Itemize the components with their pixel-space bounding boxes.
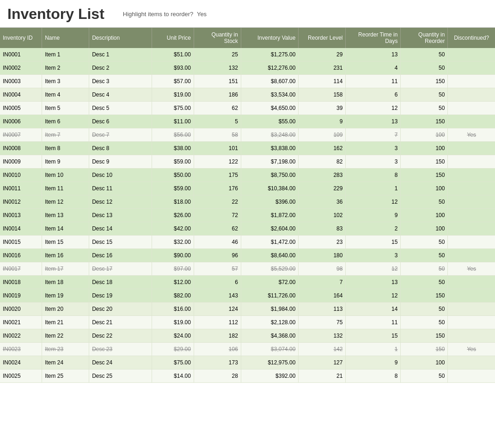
table-cell: $59.00 <box>152 182 194 195</box>
table-cell: IN0020 <box>0 303 42 316</box>
table-cell: $5,529.00 <box>241 262 299 276</box>
table-cell: Item 24 <box>42 356 89 369</box>
table-cell: 50 <box>401 262 448 276</box>
table-cell <box>448 236 495 249</box>
table-cell: $32.00 <box>152 236 194 249</box>
table-cell: Desc 2 <box>89 61 152 75</box>
table-row: IN0021Item 21Desc 21$19.00112$2,128.0075… <box>0 316 495 329</box>
table-cell: IN0014 <box>0 222 42 236</box>
table-cell: IN0013 <box>0 209 42 222</box>
table-cell: $2,128.00 <box>241 316 299 329</box>
highlight-value: Yes <box>197 11 207 18</box>
inventory-table: Inventory ID Name Description Unit Price… <box>0 28 495 383</box>
table-cell: 11 <box>346 316 401 329</box>
table-cell: 50 <box>401 61 448 75</box>
table-cell: 3 <box>346 142 401 155</box>
col-header-price: Unit Price <box>152 28 194 48</box>
table-cell: $51.00 <box>152 48 194 61</box>
table-row: IN0019Item 19Desc 19$82.00143$11,726.001… <box>0 289 495 303</box>
table-cell: $38.00 <box>152 142 194 155</box>
table-body: IN0001Item 1Desc 1$51.0025$1,275.0029135… <box>0 48 495 383</box>
table-cell: $3,534.00 <box>241 88 299 102</box>
table-cell: IN0012 <box>0 195 42 209</box>
table-cell: 7 <box>299 276 346 289</box>
table-cell: IN0006 <box>0 115 42 128</box>
table-cell: IN0003 <box>0 75 42 88</box>
table-cell: 7 <box>346 128 401 142</box>
table-cell: 12 <box>346 289 401 303</box>
table-cell: Item 8 <box>42 142 89 155</box>
table-cell: 3 <box>346 249 401 262</box>
table-cell: 50 <box>401 48 448 61</box>
table-cell: Desc 17 <box>89 262 152 276</box>
table-cell: $8,750.00 <box>241 169 299 182</box>
table-row: IN0002Item 2Desc 2$93.00132$12,276.00231… <box>0 61 495 75</box>
table-cell: $29.00 <box>152 343 194 356</box>
table-cell: 23 <box>299 236 346 249</box>
table-cell: 113 <box>299 303 346 316</box>
table-cell: Desc 20 <box>89 303 152 316</box>
table-row: IN0012Item 12Desc 12$18.0022$396.0036125… <box>0 195 495 209</box>
table-cell: Desc 22 <box>89 329 152 343</box>
table-row: IN0015Item 15Desc 15$32.0046$1,472.00231… <box>0 236 495 249</box>
table-cell: 100 <box>401 128 448 142</box>
table-cell: 151 <box>194 75 241 88</box>
table-row: IN0004Item 4Desc 4$19.00186$3,534.001586… <box>0 88 495 102</box>
table-cell: $10,384.00 <box>241 182 299 195</box>
table-cell: 9 <box>299 115 346 128</box>
table-cell: $97.00 <box>152 262 194 276</box>
table-cell: 11 <box>346 75 401 88</box>
table-cell <box>448 289 495 303</box>
table-cell <box>448 316 495 329</box>
table-cell: $90.00 <box>152 249 194 262</box>
table-cell <box>448 249 495 262</box>
table-cell <box>448 102 495 115</box>
table-cell <box>448 195 495 209</box>
table-cell: 283 <box>299 169 346 182</box>
table-header-row: Inventory ID Name Description Unit Price… <box>0 28 495 48</box>
table-cell: $392.00 <box>241 369 299 383</box>
table-cell: Desc 16 <box>89 249 152 262</box>
table-cell: 2 <box>346 222 401 236</box>
table-cell: 13 <box>346 48 401 61</box>
table-cell: $55.00 <box>241 115 299 128</box>
col-header-disc: Discontinued? <box>448 28 495 48</box>
table-cell: Desc 6 <box>89 115 152 128</box>
table-cell: Desc 18 <box>89 276 152 289</box>
table-cell: $19.00 <box>152 88 194 102</box>
table-cell: Item 13 <box>42 209 89 222</box>
table-cell: Desc 24 <box>89 356 152 369</box>
table-cell: 175 <box>194 169 241 182</box>
col-header-reorder: Reorder Level <box>299 28 346 48</box>
table-cell <box>448 155 495 169</box>
table-cell: $3,838.00 <box>241 142 299 155</box>
table-cell <box>448 209 495 222</box>
table-cell: Item 25 <box>42 369 89 383</box>
col-header-val: Inventory Value <box>241 28 299 48</box>
table-cell: 142 <box>299 343 346 356</box>
table-cell: 164 <box>299 289 346 303</box>
table-cell: Item 6 <box>42 115 89 128</box>
table-cell: 180 <box>299 249 346 262</box>
table-cell: Desc 11 <box>89 182 152 195</box>
table-row: IN0018Item 18Desc 18$12.006$72.0071350 <box>0 276 495 289</box>
table-cell: 9 <box>346 356 401 369</box>
table-cell: Yes <box>448 262 495 276</box>
table-cell: 229 <box>299 182 346 195</box>
table-cell <box>448 303 495 316</box>
table-cell <box>448 115 495 128</box>
table-cell: $14.00 <box>152 369 194 383</box>
table-cell: 1 <box>346 182 401 195</box>
table-cell: 50 <box>401 102 448 115</box>
table-cell: $75.00 <box>152 356 194 369</box>
table-row: IN0022Item 22Desc 22$24.00182$4,368.0013… <box>0 329 495 343</box>
table-cell: 62 <box>194 102 241 115</box>
table-cell: 13 <box>346 115 401 128</box>
table-cell: 36 <box>299 195 346 209</box>
table-cell: Desc 3 <box>89 75 152 88</box>
table-cell: $93.00 <box>152 61 194 75</box>
table-cell: Item 15 <box>42 236 89 249</box>
page-header: Inventory List Highlight items to reorde… <box>0 0 495 28</box>
table-cell: Desc 21 <box>89 316 152 329</box>
table-cell: 124 <box>194 303 241 316</box>
